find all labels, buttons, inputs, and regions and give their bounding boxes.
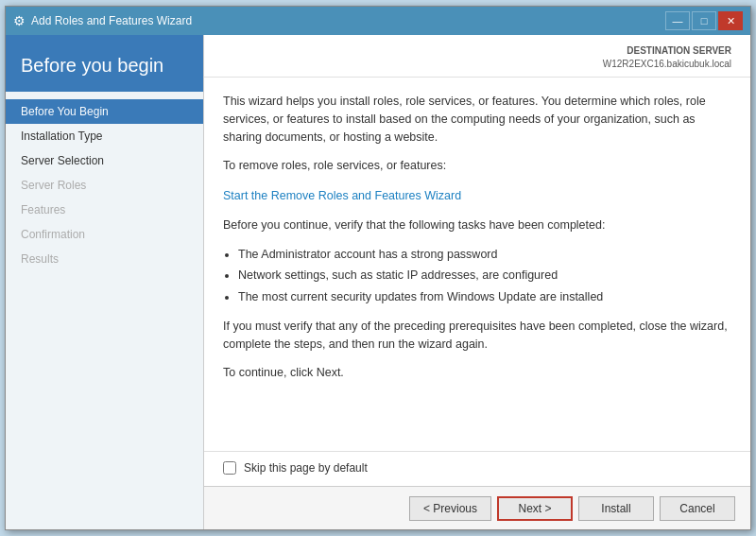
intro-text: This wizard helps you install roles, rol…: [223, 93, 731, 146]
sidebar-header: Before you begin: [6, 35, 203, 92]
prerequisite-item-3: The most current security updates from W…: [238, 288, 731, 306]
destination-server-label: DESTINATION SERVER: [603, 44, 731, 58]
title-bar: ⚙ Add Roles and Features Wizard — □ ✕: [6, 7, 750, 35]
sidebar-item-server-roles: Server Roles: [6, 173, 203, 198]
title-bar-left: ⚙ Add Roles and Features Wizard: [13, 13, 192, 28]
footer: < Previous Next > Install Cancel: [204, 486, 750, 529]
window-title: Add Roles and Features Wizard: [31, 14, 192, 27]
skip-checkbox-label[interactable]: Skip this page by default: [244, 461, 368, 475]
sidebar-item-results: Results: [6, 247, 203, 271]
main-body: This wizard helps you install roles, rol…: [204, 78, 750, 451]
sidebar: Before you begin Before You Begin Instal…: [6, 35, 204, 529]
sidebar-item-features: Features: [6, 198, 203, 222]
main-content: DESTINATION SERVER W12R2EXC16.bakicubuk.…: [204, 35, 750, 529]
skip-checkbox[interactable]: [223, 461, 236, 475]
prerequisite-item-1: The Administrator account has a strong p…: [238, 246, 731, 264]
close-button[interactable]: ✕: [718, 11, 743, 30]
note-text: If you must verify that any of the prece…: [223, 318, 731, 354]
next-button[interactable]: Next >: [497, 496, 573, 521]
maximize-button[interactable]: □: [692, 11, 716, 30]
sidebar-nav: Before You Begin Installation Type Serve…: [6, 92, 203, 279]
destination-server-info: DESTINATION SERVER W12R2EXC16.bakicubuk.…: [603, 44, 731, 71]
sidebar-item-before-you-begin[interactable]: Before You Begin: [6, 99, 203, 124]
previous-button[interactable]: < Previous: [409, 496, 491, 521]
remove-link[interactable]: Start the Remove Roles and Features Wiza…: [223, 189, 461, 202]
remove-label: To remove roles, role services, or featu…: [223, 157, 731, 175]
prerequisite-item-2: Network settings, such as static IP addr…: [238, 267, 731, 285]
minimize-button[interactable]: —: [665, 11, 690, 30]
prerequisites-list: The Administrator account has a strong p…: [238, 246, 731, 306]
sidebar-item-server-selection[interactable]: Server Selection: [6, 148, 203, 173]
install-button[interactable]: Install: [578, 496, 654, 521]
continue-text: To continue, click Next.: [223, 364, 731, 382]
checkbox-area: Skip this page by default: [204, 451, 750, 486]
destination-server-name: W12R2EXC16.bakicubuk.local: [603, 58, 731, 71]
sidebar-item-confirmation: Confirmation: [6, 222, 203, 247]
cancel-button[interactable]: Cancel: [660, 496, 735, 521]
title-bar-buttons: — □ ✕: [665, 11, 743, 30]
sidebar-item-installation-type[interactable]: Installation Type: [6, 124, 203, 148]
wizard-window: ⚙ Add Roles and Features Wizard — □ ✕ Be…: [5, 6, 751, 530]
content-area: Before you begin Before You Begin Instal…: [6, 35, 750, 529]
verify-label: Before you continue, verify that the fol…: [223, 216, 731, 234]
window-icon: ⚙: [13, 13, 26, 28]
main-header: DESTINATION SERVER W12R2EXC16.bakicubuk.…: [204, 35, 750, 78]
